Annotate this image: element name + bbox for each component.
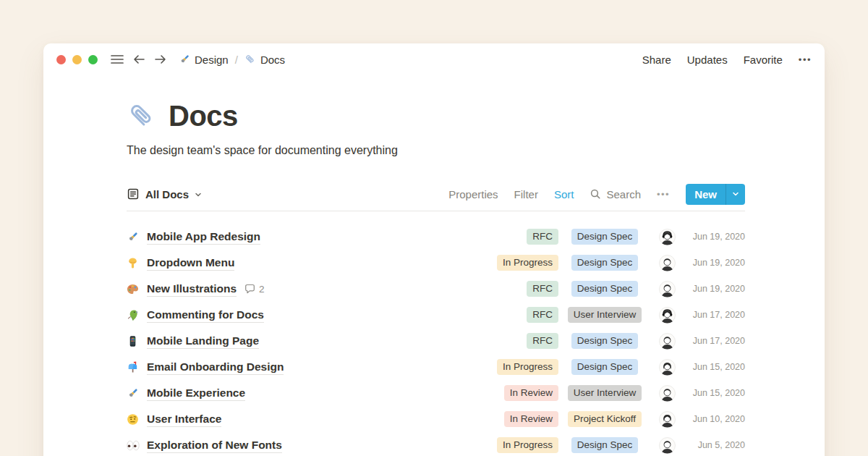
arrow-right-icon [153, 54, 168, 65]
back-button[interactable] [129, 50, 148, 69]
status-tag[interactable]: RFC [527, 281, 558, 297]
close-window-button[interactable] [56, 55, 66, 64]
category-tag[interactable]: Design Spec [571, 359, 639, 375]
doc-emoji-icon [127, 257, 147, 269]
row-date: Jun 19, 2020 [683, 284, 745, 294]
doc-emoji-icon [127, 231, 147, 243]
category-tag[interactable]: Design Spec [571, 281, 639, 297]
view-switcher-label: All Docs [145, 188, 189, 200]
breadcrumb-separator: / [235, 54, 238, 66]
properties-button[interactable]: Properties [448, 188, 498, 200]
doc-title[interactable]: Email Onboarding Design [147, 360, 284, 375]
table-row[interactable]: Mobile Experience In Review User Intervi… [127, 380, 745, 406]
category-tag[interactable]: User Interview [568, 385, 642, 401]
paperclip-icon [244, 54, 256, 65]
chevron-down-icon[interactable] [726, 184, 745, 205]
zoom-window-button[interactable] [88, 55, 98, 64]
table-row[interactable]: Exploration of New Fonts In Progress Des… [127, 432, 745, 456]
row-date: Jun 15, 2020 [683, 388, 745, 398]
avatar [659, 229, 676, 245]
doc-title[interactable]: Mobile App Redesign [147, 229, 260, 245]
doc-title[interactable]: User Interface [147, 412, 221, 427]
category-tag[interactable]: Design Spec [571, 229, 639, 245]
row-date: Jun 5, 2020 [683, 440, 745, 450]
comment-count[interactable]: 2 [244, 284, 265, 295]
comment-number: 2 [259, 284, 265, 295]
row-date: Jun 17, 2020 [683, 310, 745, 320]
favorite-button[interactable]: Favorite [744, 54, 783, 66]
table-row[interactable]: Mobile Landing Page RFC Design Spec Jun … [127, 328, 745, 354]
more-options-button[interactable]: ••• [799, 54, 812, 65]
doc-emoji-icon [127, 361, 147, 373]
breadcrumb-label: Design [195, 54, 229, 66]
status-tag[interactable]: In Review [504, 385, 558, 401]
table-row[interactable]: Commenting for Docs RFC User Interview J… [127, 302, 745, 328]
breadcrumb-item-design[interactable]: Design [179, 54, 229, 66]
sort-button[interactable]: Sort [554, 188, 574, 200]
traffic-lights [56, 55, 98, 64]
status-tag[interactable]: RFC [527, 307, 558, 323]
share-button[interactable]: Share [642, 54, 671, 66]
avatar [659, 385, 676, 402]
filter-button[interactable]: Filter [514, 188, 538, 200]
updates-button[interactable]: Updates [687, 54, 728, 66]
avatar [659, 359, 676, 376]
table-row[interactable]: Dropdown Menu In Progress Design Spec Ju… [127, 250, 745, 276]
view-switcher-all-docs[interactable]: All Docs [127, 187, 202, 200]
status-tag[interactable]: RFC [527, 229, 558, 245]
page-subtitle: The design team's space for documenting … [127, 143, 745, 157]
status-tag[interactable]: In Progress [497, 359, 558, 375]
category-tag[interactable]: Design Spec [571, 333, 639, 349]
sidebar-menu-button[interactable] [108, 50, 127, 69]
docs-list-icon [127, 187, 140, 200]
breadcrumb-label: Docs [260, 54, 285, 66]
doc-title[interactable]: Mobile Landing Page [147, 334, 259, 349]
breadcrumb-item-docs[interactable]: Docs [244, 54, 285, 66]
page-header: Docs The design team's space for documen… [127, 98, 745, 157]
category-tag[interactable]: Design Spec [571, 255, 639, 271]
avatar [659, 437, 676, 454]
avatar [659, 281, 676, 297]
category-tag[interactable]: Project Kickoff [568, 411, 642, 427]
row-date: Jun 19, 2020 [683, 258, 745, 268]
search-button[interactable]: Search [590, 188, 641, 200]
table-row[interactable]: Email Onboarding Design In Progress Desi… [127, 354, 745, 380]
new-button-label: New [686, 184, 726, 205]
page-title: Docs [169, 98, 238, 133]
new-button[interactable]: New [686, 184, 745, 205]
doc-title[interactable]: Commenting for Docs [147, 308, 264, 323]
avatar [659, 255, 676, 271]
toolbar-more-button[interactable]: ••• [657, 189, 670, 200]
doc-title[interactable]: Exploration of New Fonts [147, 438, 282, 453]
doc-title[interactable]: Dropdown Menu [147, 256, 234, 271]
row-date: Jun 19, 2020 [683, 232, 745, 242]
row-date: Jun 10, 2020 [683, 414, 745, 424]
avatar [659, 333, 676, 350]
category-tag[interactable]: User Interview [568, 307, 642, 323]
forward-button[interactable] [151, 50, 170, 69]
status-tag[interactable]: In Progress [497, 255, 558, 271]
status-tag[interactable]: In Review [504, 411, 558, 427]
table-rows: Mobile App Redesign RFC Design Spec Jun … [127, 211, 745, 456]
paperclip-icon [127, 101, 157, 131]
row-date: Jun 15, 2020 [683, 362, 745, 372]
doc-title[interactable]: Mobile Experience [147, 386, 245, 401]
doc-emoji-icon [127, 387, 147, 400]
minimize-window-button[interactable] [72, 55, 82, 64]
category-tag[interactable]: Design Spec [571, 437, 639, 453]
table-row[interactable]: New Illustrations 2 RFC Design Spec Jun … [127, 276, 745, 302]
status-tag[interactable]: RFC [527, 333, 558, 349]
hamburger-icon [110, 54, 124, 65]
table-row[interactable]: Mobile App Redesign RFC Design Spec Jun … [127, 224, 745, 250]
status-tag[interactable]: In Progress [497, 437, 558, 453]
topbar-actions: Share Updates Favorite ••• [642, 54, 812, 66]
toolbar-menu: Properties Filter Sort Search ••• New [448, 184, 745, 205]
row-date: Jun 17, 2020 [683, 336, 745, 346]
app-window: Design / Docs Share Updates Favorite •••… [43, 43, 825, 456]
view-toolbar: All Docs Properties Filter Sort Search •… [127, 183, 745, 205]
chevron-down-icon [195, 191, 202, 198]
arrow-left-icon [132, 54, 146, 65]
doc-emoji-icon [127, 309, 147, 321]
table-row[interactable]: User Interface In Review Project Kickoff… [127, 406, 745, 432]
doc-title[interactable]: New Illustrations [147, 282, 237, 297]
